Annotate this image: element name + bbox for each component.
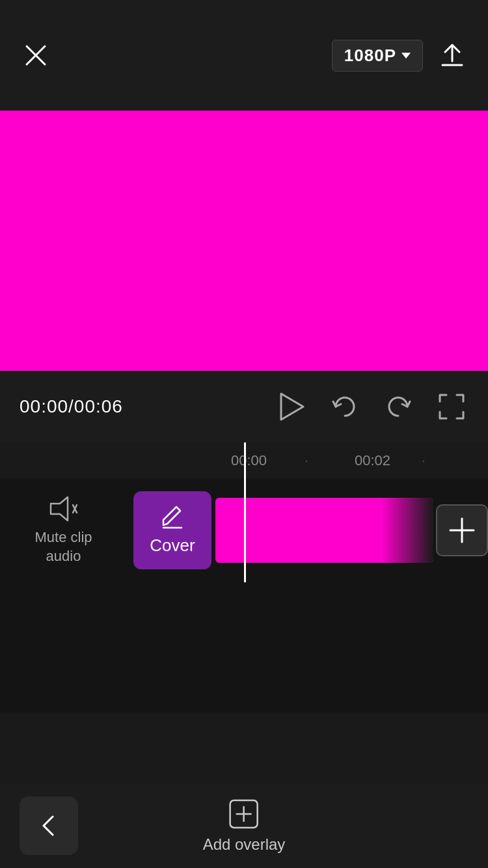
video-clip[interactable]: [215, 498, 433, 563]
resolution-label: 1080P: [344, 46, 396, 66]
play-button[interactable]: [275, 390, 308, 424]
plus-icon: [448, 516, 476, 545]
ruler-mark-2: 00:02: [355, 452, 390, 469]
playhead: [244, 442, 246, 582]
add-overlay-svg-icon: [228, 798, 260, 830]
chevron-down-icon: [401, 53, 411, 59]
back-button[interactable]: [20, 796, 78, 855]
add-overlay-label: Add overlay: [203, 835, 286, 854]
undo-icon: [331, 392, 359, 421]
fullscreen-button[interactable]: [435, 390, 468, 424]
redo-button[interactable]: [381, 390, 415, 424]
clip-fade: [381, 498, 433, 563]
svg-marker-4: [281, 394, 303, 420]
top-right-controls: 1080P: [332, 39, 468, 72]
play-icon: [278, 392, 305, 421]
top-bar: 1080P: [0, 0, 488, 111]
edit-icon: [159, 506, 185, 529]
ruler-dot-2: ·: [422, 453, 426, 468]
export-button[interactable]: [436, 39, 468, 72]
bottom-bar: Add overlay: [0, 783, 488, 868]
track-controls: Mute clip audio: [0, 478, 127, 582]
timeline-area: 00:00 · 00:02 · Mute clip audio: [0, 442, 488, 712]
export-icon: [439, 42, 466, 69]
add-overlay-button[interactable]: Add overlay: [203, 798, 286, 854]
timeline-spacer: [0, 582, 488, 712]
back-icon: [37, 814, 61, 837]
undo-button[interactable]: [328, 390, 362, 424]
add-overlay-icon: [228, 798, 260, 830]
svg-marker-5: [51, 497, 68, 521]
ruler-dot-1: ·: [305, 453, 308, 468]
fullscreen-icon: [437, 392, 466, 421]
mute-button[interactable]: [48, 495, 79, 523]
cover-clip-button[interactable]: Cover: [133, 491, 211, 569]
mute-icon: [48, 495, 79, 523]
close-icon: [24, 44, 47, 67]
resolution-button[interactable]: 1080P: [332, 40, 423, 72]
playback-controls: [275, 390, 468, 424]
cover-clip-label: Cover: [150, 536, 195, 556]
add-clip-button[interactable]: [436, 504, 488, 556]
ruler-mark-0: 00:00: [231, 452, 267, 469]
timecode: 00:00/00:06: [20, 396, 275, 417]
mute-label: Mute clip audio: [34, 528, 92, 565]
redo-icon: [384, 392, 413, 421]
video-preview: [0, 111, 488, 371]
close-button[interactable]: [20, 39, 52, 72]
controls-bar: 00:00/00:06: [0, 371, 488, 442]
